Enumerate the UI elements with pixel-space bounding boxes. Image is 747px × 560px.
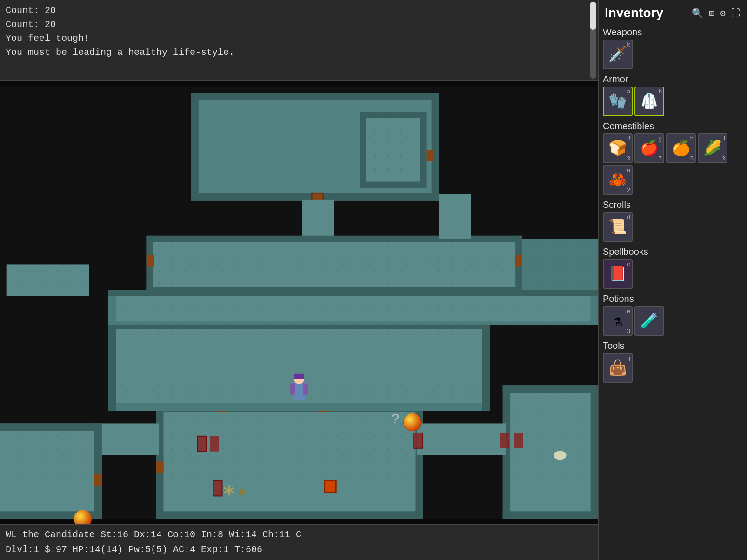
spellbook-key: c [627, 260, 631, 267]
item-potion-blue[interactable]: ⚗️ e 3 [603, 306, 633, 336]
message-scrollbar[interactable] [590, 2, 596, 79]
apple-key: g [659, 135, 662, 142]
message-line-4: You must be leading a healthy life-style… [6, 46, 593, 60]
armor-items: 🧤 a 🥼 b [603, 87, 743, 116]
apple-icon: 🍎 [640, 139, 659, 158]
apple-count: 7 [659, 155, 662, 162]
svg-rect-83 [303, 383, 308, 395]
svg-rect-24 [0, 431, 94, 511]
svg-rect-68 [210, 436, 219, 452]
item-bag[interactable]: 👜 j [603, 353, 633, 383]
svg-rect-48 [482, 322, 490, 411]
gloves-key: a [627, 88, 630, 95]
svg-point-86 [403, 413, 421, 431]
status-bar: WL the Candidate St:16 Dx:14 Co:10 In:8 … [0, 524, 598, 560]
svg-rect-44 [417, 423, 506, 455]
item-orange[interactable]: 🍊 h 5 [666, 133, 696, 163]
svg-rect-38 [503, 511, 598, 519]
inventory-title: Inventory [605, 6, 663, 20]
potion-blue-icon: ⚗️ [613, 312, 622, 330]
robe-icon: 🥼 [640, 92, 659, 111]
svg-rect-81 [294, 374, 304, 379]
orange-count: 5 [690, 155, 694, 162]
item-crab[interactable]: 🦀 n 2 [603, 165, 633, 195]
item-bread[interactable]: 🍞 f 3 [603, 133, 633, 163]
svg-rect-17 [7, 264, 89, 296]
svg-rect-22 [94, 423, 101, 519]
svg-rect-66 [197, 436, 206, 452]
weapons-label: Weapons [603, 27, 743, 38]
svg-rect-71 [414, 433, 422, 448]
main-container: Count: 20 Count: 20 You feel tough! You … [0, 0, 747, 560]
scroll-icon: 📜 [608, 218, 627, 236]
message-log: Count: 20 Count: 20 You feel tough! You … [0, 0, 598, 81]
svg-rect-74 [514, 433, 523, 448]
svg-rect-28 [156, 511, 423, 519]
corn-count: 3 [722, 155, 725, 162]
corn-icon: 🌽 [703, 139, 722, 158]
item-scroll[interactable]: 📜 d [603, 212, 633, 242]
scrolls-label: Scrolls [603, 200, 743, 210]
magnify-icon[interactable]: 🔍 [691, 7, 704, 20]
game-canvas[interactable]: ? [0, 81, 598, 524]
svg-rect-73 [500, 433, 509, 448]
inventory-panel: Inventory 🔍 ⊞ ⚙ ⛶ Weapons 🗡️ k Armor 🧤 a [598, 0, 747, 560]
spellbooks-items: 📕 c [603, 259, 743, 289]
crab-count: 2 [627, 187, 630, 193]
potion-blue-count: 3 [627, 327, 630, 334]
inventory-header: Inventory 🔍 ⊞ ⚙ ⛶ [603, 4, 743, 24]
svg-rect-20 [0, 423, 102, 431]
orange-key: h [690, 135, 694, 142]
svg-point-91 [239, 489, 245, 495]
svg-point-78 [555, 451, 565, 457]
sword-icon: 🗡️ [608, 45, 627, 64]
bread-icon: 🍞 [608, 139, 627, 158]
svg-rect-37 [503, 385, 598, 393]
svg-rect-14 [427, 150, 434, 161]
svg-rect-65 [522, 239, 598, 290]
bread-count: 3 [627, 155, 630, 162]
bag-icon: 👜 [608, 359, 627, 377]
sword-key: k [627, 41, 631, 48]
weapons-items: 🗡️ k [603, 40, 743, 69]
item-corn[interactable]: 🌽 i 3 [698, 133, 727, 163]
game-area: Count: 20 Count: 20 You feel tough! You … [0, 0, 598, 560]
expand-icon[interactable]: ⛶ [730, 7, 741, 20]
item-spellbook[interactable]: 📕 c [603, 259, 633, 289]
item-sword[interactable]: 🗡️ k [603, 40, 633, 69]
svg-rect-61 [153, 242, 515, 287]
potion-blue-key: e [627, 307, 630, 314]
status-line-2: Dlvl:1 $:97 HP:14(14) Pw:5(5) AC:4 Exp:1… [6, 542, 593, 557]
bread-key: f [628, 135, 630, 142]
bag-key: j [629, 354, 630, 361]
status-line-1: WL the Candidate St:16 Dx:14 Co:10 In:8 … [6, 527, 593, 542]
header-icons: 🔍 ⊞ ⚙ ⛶ [691, 7, 741, 20]
comestibles-items-2: 🦀 n 2 [603, 165, 743, 195]
svg-rect-15 [302, 200, 334, 238]
svg-rect-42 [510, 393, 590, 511]
tools-items: 👜 j [603, 353, 743, 383]
gear-icon[interactable]: ⚙ [719, 7, 727, 20]
item-robe[interactable]: 🥼 b [634, 87, 664, 116]
item-gloves[interactable]: 🧤 a [603, 87, 633, 116]
potion-red-icon: 🧪 [640, 312, 659, 330]
scrollbar-thumb [590, 2, 596, 30]
crab-icon: 🦀 [608, 171, 627, 189]
svg-rect-57 [147, 287, 522, 293]
comestibles-items: 🍞 f 3 🍎 g 7 🍊 h 5 🌽 i 3 [603, 133, 743, 163]
message-line-2: Count: 20 [6, 18, 593, 32]
potions-items: ⚗️ e 3 🧪 l [603, 306, 743, 336]
corn-key: i [724, 135, 725, 142]
svg-rect-4 [191, 93, 198, 201]
svg-rect-2 [191, 93, 439, 100]
spellbooks-label: Spellbooks [603, 247, 743, 257]
item-potion-red[interactable]: 🧪 l [634, 306, 664, 336]
orange-icon: 🍊 [672, 139, 690, 158]
grid-icon[interactable]: ⊞ [708, 7, 715, 20]
svg-rect-5 [432, 93, 439, 201]
svg-rect-54 [116, 296, 591, 322]
tools-label: Tools [603, 340, 743, 351]
message-line-1: Count: 20 [6, 4, 593, 18]
item-apple[interactable]: 🍎 g 7 [634, 133, 664, 163]
svg-rect-25 [94, 474, 101, 486]
